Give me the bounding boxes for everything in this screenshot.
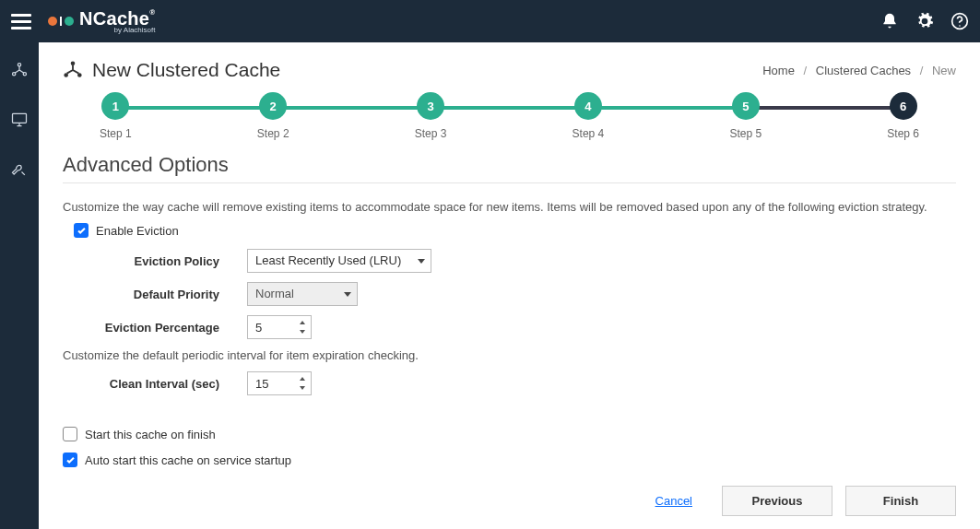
- default-priority-select[interactable]: Normal: [247, 282, 358, 306]
- menu-toggle[interactable]: [11, 11, 31, 31]
- svg-rect-5: [13, 113, 27, 123]
- brand-logo[interactable]: NCache® by Alachisoft: [48, 9, 155, 34]
- clean-interval-label: Clean Interval (sec): [63, 377, 247, 391]
- enable-eviction-label[interactable]: Enable Eviction: [96, 224, 179, 238]
- breadcrumb: Home / Clustered Caches / New: [762, 64, 956, 77]
- finish-button[interactable]: Finish: [845, 486, 956, 516]
- topbar: NCache® by Alachisoft: [0, 0, 980, 42]
- topbar-actions: [880, 12, 969, 30]
- clean-interval-input[interactable]: 15: [247, 371, 312, 395]
- svg-point-2: [18, 64, 20, 66]
- brand-name: NCache®: [79, 9, 155, 28]
- start-on-finish-row: Start this cache on finish: [63, 427, 956, 441]
- page-title: New Clustered Cache: [63, 59, 280, 81]
- step-5[interactable]: 5Step 5: [729, 92, 762, 140]
- auto-start-label[interactable]: Auto start this cache on service startup: [85, 453, 291, 467]
- eviction-percentage-label: Eviction Percentage: [63, 321, 247, 335]
- bell-icon[interactable]: [880, 12, 899, 30]
- help-icon[interactable]: [950, 12, 969, 30]
- breadcrumb-clustered[interactable]: Clustered Caches: [816, 64, 911, 77]
- step-6[interactable]: 6Step 6: [887, 92, 919, 140]
- eviction-policy-label: Eviction Policy: [63, 254, 247, 268]
- stepper: 1Step 1 2Step 2 3Step 3 4Step 4 5Step 5 …: [100, 92, 919, 140]
- start-on-finish-label[interactable]: Start this cache on finish: [85, 428, 216, 441]
- divider: [63, 182, 956, 183]
- step-1[interactable]: 1Step 1: [100, 92, 132, 140]
- breadcrumb-current: New: [932, 64, 956, 77]
- logo-icon: [48, 17, 74, 26]
- previous-button[interactable]: Previous: [722, 486, 832, 516]
- auto-start-row: Auto start this cache on service startup: [63, 453, 956, 467]
- eviction-percentage-input[interactable]: 5: [247, 315, 312, 339]
- step-4[interactable]: 4Step 4: [573, 92, 605, 140]
- footer-actions: Cancel Previous Finish: [63, 486, 956, 516]
- step-2[interactable]: 2Step 2: [257, 92, 289, 140]
- nav-item-cluster[interactable]: [0, 53, 39, 87]
- eviction-description: Customize the way cache will remove exis…: [63, 200, 956, 214]
- left-nav: [0, 42, 39, 529]
- main-content: New Clustered Cache Home / Clustered Cac…: [39, 42, 980, 529]
- eviction-pct-up[interactable]: [296, 318, 309, 327]
- section-title: Advanced Options: [63, 153, 956, 177]
- cancel-link[interactable]: Cancel: [655, 494, 692, 508]
- enable-eviction-row: Enable Eviction: [74, 223, 956, 238]
- svg-point-6: [71, 61, 76, 65]
- clean-interval-description: Customize the default periodic interval …: [63, 348, 956, 362]
- nav-item-monitor[interactable]: [0, 103, 39, 136]
- svg-point-1: [959, 25, 961, 27]
- gear-icon[interactable]: [915, 12, 934, 30]
- enable-eviction-checkbox[interactable]: [74, 223, 89, 238]
- auto-start-checkbox[interactable]: [63, 453, 77, 467]
- eviction-policy-select[interactable]: Least Recently Used (LRU): [247, 249, 431, 273]
- step-3[interactable]: 3Step 3: [415, 92, 447, 140]
- clean-interval-down[interactable]: [296, 383, 309, 393]
- nav-item-tools[interactable]: [0, 153, 39, 186]
- breadcrumb-home[interactable]: Home: [762, 64, 795, 77]
- clean-interval-up[interactable]: [296, 374, 309, 383]
- eviction-pct-down[interactable]: [296, 327, 309, 336]
- start-on-finish-checkbox[interactable]: [63, 427, 77, 441]
- default-priority-label: Default Priority: [63, 288, 247, 301]
- cluster-icon: [63, 60, 83, 80]
